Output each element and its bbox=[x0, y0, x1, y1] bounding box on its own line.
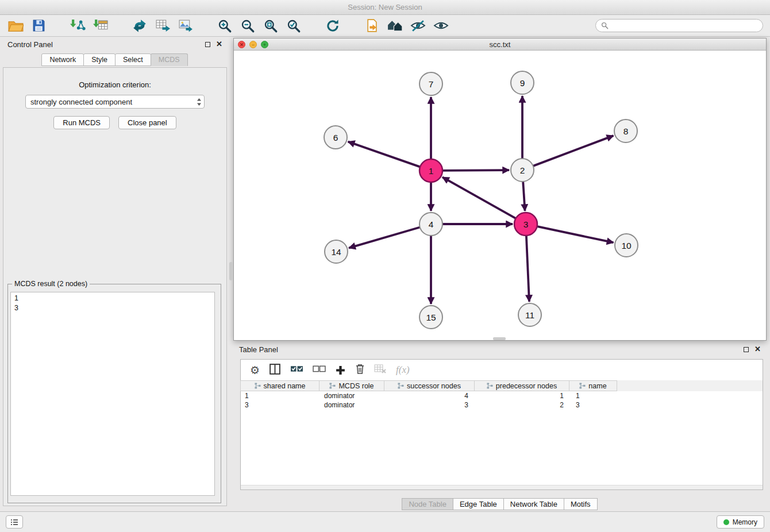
control-panel-tabs: NetworkStyleSelectMCDS bbox=[0, 53, 230, 66]
table-body: 1dominator4113dominator323 bbox=[241, 391, 763, 410]
tab-edge-table[interactable]: Edge Table bbox=[453, 498, 504, 510]
criterion-dropdown[interactable]: strongly connected component bbox=[25, 95, 205, 109]
criterion-dropdown-value: strongly connected component bbox=[30, 98, 132, 106]
table-settings-gear-icon[interactable]: ⚙ bbox=[250, 365, 260, 376]
tab-select[interactable]: Select bbox=[115, 53, 151, 66]
search-field[interactable] bbox=[595, 19, 763, 32]
scrollbar-thumb[interactable] bbox=[229, 262, 233, 280]
column-label: predecessor nodes bbox=[496, 382, 557, 390]
zoom-selected-icon[interactable] bbox=[285, 18, 302, 34]
save-session-icon[interactable] bbox=[30, 18, 47, 34]
node-7[interactable]: 7 bbox=[419, 72, 442, 95]
import-table-icon[interactable] bbox=[92, 18, 109, 34]
column-header-name[interactable]: name bbox=[569, 380, 617, 391]
node-2[interactable]: 2 bbox=[511, 159, 534, 182]
export-table-icon[interactable] bbox=[154, 18, 171, 34]
edge-2-3[interactable] bbox=[523, 180, 525, 211]
zoom-in-icon[interactable] bbox=[216, 18, 233, 34]
cell-successor-nodes: 4 bbox=[386, 392, 476, 400]
table-tabs: Node TableEdge TableNetwork TableMotifs bbox=[233, 498, 767, 510]
tab-node-table[interactable]: Node Table bbox=[402, 498, 453, 510]
network-window-titlebar[interactable]: ✕ − + scc.txt bbox=[234, 38, 766, 51]
network-graph[interactable]: 7968124314101511 bbox=[234, 51, 766, 340]
svg-text:15: 15 bbox=[426, 313, 436, 322]
import-network-icon[interactable] bbox=[69, 18, 86, 34]
svg-text:14: 14 bbox=[331, 247, 341, 257]
memory-button[interactable]: Memory bbox=[717, 515, 764, 529]
column-tree-icon bbox=[255, 383, 261, 389]
tab-mcds[interactable]: MCDS bbox=[151, 53, 188, 66]
search-input[interactable] bbox=[611, 22, 757, 30]
node-9[interactable]: 9 bbox=[511, 71, 534, 94]
close-panel-button[interactable]: Close panel bbox=[118, 116, 176, 129]
export-image-icon[interactable] bbox=[177, 18, 194, 34]
zoom-fit-icon[interactable] bbox=[262, 18, 279, 34]
close-table-panel-icon[interactable]: ✕ bbox=[754, 346, 761, 352]
node-11[interactable]: 11 bbox=[518, 303, 541, 326]
deselect-all-icon[interactable] bbox=[313, 365, 326, 376]
network-analyzer-home-icon[interactable] bbox=[386, 18, 403, 34]
show-graphics-eye-icon[interactable] bbox=[432, 18, 449, 34]
node-1[interactable]: 1 bbox=[419, 159, 442, 182]
refresh-icon[interactable] bbox=[324, 18, 341, 34]
node-14[interactable]: 14 bbox=[325, 240, 348, 263]
select-all-icon[interactable] bbox=[290, 365, 303, 376]
window-title: Session: New Session bbox=[348, 3, 422, 11]
cell-name: 1 bbox=[572, 392, 620, 400]
column-label: successor nodes bbox=[407, 382, 461, 390]
open-session-icon[interactable] bbox=[363, 18, 380, 34]
edge-1-6[interactable] bbox=[348, 142, 421, 168]
new-network-icon[interactable] bbox=[131, 18, 148, 34]
svg-text:10: 10 bbox=[621, 241, 632, 250]
run-mcds-button[interactable]: Run MCDS bbox=[53, 116, 110, 129]
edge-1-2[interactable] bbox=[441, 170, 509, 171]
node-6[interactable]: 6 bbox=[324, 126, 347, 149]
close-window-icon[interactable]: ✕ bbox=[238, 41, 245, 48]
node-3[interactable]: 3 bbox=[514, 213, 537, 236]
float-table-panel-icon[interactable] bbox=[744, 347, 749, 352]
column-header-successor-nodes[interactable]: successor nodes bbox=[384, 380, 475, 391]
edge-3-10[interactable] bbox=[536, 226, 614, 243]
edge-3-11[interactable] bbox=[526, 234, 529, 302]
column-header-predecessor-nodes[interactable]: predecessor nodes bbox=[474, 380, 569, 391]
edge-4-14[interactable] bbox=[349, 227, 421, 248]
mcds-result-text[interactable]: 1 3 bbox=[10, 292, 215, 496]
maximize-window-icon[interactable]: + bbox=[261, 41, 268, 48]
tab-motifs[interactable]: Motifs bbox=[564, 498, 598, 510]
style-visibility-icon[interactable] bbox=[409, 18, 426, 34]
mcds-panel-body: Optimization criterion: strongly connect… bbox=[3, 67, 227, 506]
task-history-button[interactable] bbox=[6, 515, 23, 529]
close-panel-icon[interactable]: ✕ bbox=[216, 41, 222, 47]
delete-column-trash-icon[interactable] bbox=[355, 364, 365, 377]
zoom-out-icon[interactable] bbox=[239, 18, 256, 34]
add-column-icon[interactable] bbox=[335, 365, 346, 376]
tab-network-table[interactable]: Network Table bbox=[503, 498, 564, 510]
float-panel-icon[interactable] bbox=[205, 42, 210, 47]
table-row-2[interactable]: 3dominator323 bbox=[241, 400, 763, 410]
node-4[interactable]: 4 bbox=[419, 213, 442, 236]
minimize-window-icon[interactable]: − bbox=[249, 41, 257, 48]
column-header-mcds-role[interactable]: MCDS role bbox=[319, 380, 384, 391]
cell-name: 3 bbox=[572, 401, 620, 409]
svg-text:9: 9 bbox=[520, 78, 525, 88]
network-canvas[interactable]: 7968124314101511 bbox=[234, 51, 766, 340]
column-header-shared-name[interactable]: shared name bbox=[240, 380, 319, 391]
edge-2-8[interactable] bbox=[532, 136, 614, 167]
cell-mcds-role: dominator bbox=[320, 392, 386, 400]
table-horizontal-scrollbar[interactable] bbox=[241, 485, 763, 489]
node-15[interactable]: 15 bbox=[419, 306, 442, 329]
column-label: name bbox=[588, 382, 606, 390]
svg-text:4: 4 bbox=[429, 219, 434, 229]
scrollbar-thumb[interactable] bbox=[493, 337, 506, 340]
table-row-1[interactable]: 1dominator411 bbox=[241, 391, 763, 400]
node-8[interactable]: 8 bbox=[614, 119, 637, 142]
table-header-row: shared nameMCDS rolesuccessor nodesprede… bbox=[241, 380, 763, 391]
show-columns-icon[interactable] bbox=[269, 363, 281, 377]
tab-style[interactable]: Style bbox=[83, 53, 116, 66]
search-icon bbox=[601, 22, 609, 29]
tab-network[interactable]: Network bbox=[41, 53, 84, 66]
node-10[interactable]: 10 bbox=[615, 234, 638, 257]
cell-successor-nodes: 3 bbox=[386, 401, 476, 409]
open-folder-icon[interactable] bbox=[7, 18, 24, 34]
edge-3-1[interactable] bbox=[442, 177, 517, 219]
